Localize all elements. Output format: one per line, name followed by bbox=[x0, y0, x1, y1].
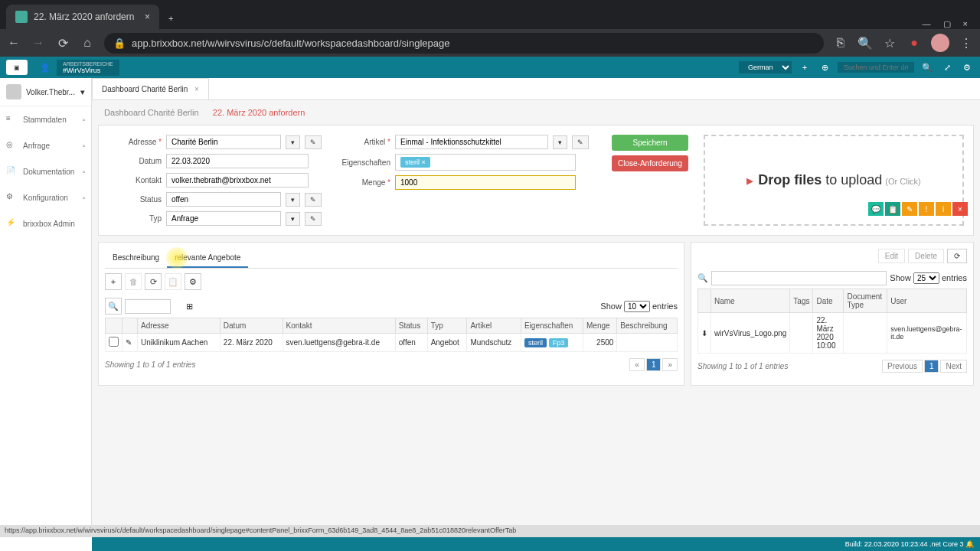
artikel-dropdown-icon[interactable]: ▾ bbox=[553, 135, 567, 149]
row-edit-icon[interactable]: ✎ bbox=[122, 334, 138, 352]
tab-close-icon[interactable]: × bbox=[194, 85, 199, 93]
action-orange-icon[interactable]: ✎ bbox=[902, 202, 917, 216]
typ-dropdown-icon[interactable]: ▾ bbox=[286, 212, 300, 226]
status-input[interactable] bbox=[166, 192, 281, 207]
subtab-angebote[interactable]: relevante Angebote bbox=[167, 249, 248, 268]
col-artikel[interactable]: Artikel bbox=[467, 318, 521, 334]
menge-input[interactable] bbox=[395, 175, 576, 190]
datum-input[interactable] bbox=[166, 154, 309, 168]
action-warn1-icon[interactable]: ! bbox=[919, 202, 934, 216]
doc-col-tags[interactable]: Tags bbox=[790, 289, 813, 313]
target-icon[interactable]: ⊕ bbox=[818, 63, 831, 73]
sidebar-user[interactable]: Volker.Thebr... ▾ bbox=[0, 78, 91, 106]
menu-icon[interactable]: ⋮ bbox=[959, 36, 974, 51]
close-window-icon[interactable]: × bbox=[963, 19, 968, 29]
status-dropdown-icon[interactable]: ▾ bbox=[286, 193, 300, 207]
subtab-beschreibung[interactable]: Beschreibung bbox=[105, 249, 167, 268]
expand-icon[interactable]: ⤢ bbox=[940, 63, 954, 73]
col-eigenschaften[interactable]: Eigenschaften bbox=[521, 318, 583, 334]
kontakt-input[interactable] bbox=[166, 173, 309, 187]
minimize-icon[interactable]: — bbox=[923, 19, 931, 29]
sidebar-item-konfiguration[interactable]: ⚙Konfiguration▫ bbox=[0, 184, 91, 210]
tab-dashboard[interactable]: Dashboard Charité Berlin × bbox=[92, 78, 209, 99]
app-logo[interactable]: ▣ bbox=[6, 60, 28, 75]
bookmark-icon[interactable]: ☆ bbox=[882, 36, 897, 51]
page-prev-button[interactable]: « bbox=[629, 358, 645, 371]
url-field[interactable]: 🔒 app.brixxbox.net/w/wirvsvirus/c/defaul… bbox=[104, 33, 824, 54]
doc-col-name[interactable]: Name bbox=[711, 289, 790, 313]
doc-refresh-button[interactable]: ⟳ bbox=[947, 249, 967, 263]
language-select[interactable]: German bbox=[739, 61, 792, 73]
sidebar-item-anfrage[interactable]: ◎Anfrage▫ bbox=[0, 132, 91, 158]
header-search-input[interactable] bbox=[838, 62, 914, 73]
chevron-down-icon[interactable]: ▾ bbox=[80, 87, 85, 97]
table-row[interactable]: ⬇ wirVsVirus_Logo.png 22. März 2020 10:0… bbox=[698, 313, 967, 354]
download-icon[interactable]: ⬇ bbox=[698, 313, 711, 354]
sidebar-item-stammdaten[interactable]: ≡Stammdaten▫ bbox=[0, 106, 91, 132]
action-teal-icon[interactable]: 📋 bbox=[885, 202, 900, 216]
col-datum[interactable]: Datum bbox=[220, 318, 283, 334]
action-green-icon[interactable]: 💬 bbox=[868, 202, 884, 216]
typ-edit-icon[interactable]: ✎ bbox=[305, 212, 322, 226]
row-checkbox[interactable] bbox=[109, 337, 119, 347]
close-anforderung-button[interactable]: Close-Anforderung bbox=[612, 155, 688, 171]
browser-tab[interactable]: 22. März 2020 anfordern × bbox=[6, 5, 159, 29]
forward-icon[interactable]: → bbox=[31, 36, 46, 50]
doc-page-1-button[interactable]: 1 bbox=[924, 360, 939, 373]
back-icon[interactable]: ← bbox=[6, 36, 21, 50]
add-row-button[interactable]: + bbox=[105, 273, 122, 290]
copy-button[interactable]: 📋 bbox=[165, 273, 181, 290]
delete-row-button[interactable]: 🗑 bbox=[125, 273, 142, 290]
settings-button[interactable]: ⚙ bbox=[185, 273, 201, 290]
table-search-icon[interactable]: 🔍 bbox=[105, 298, 122, 315]
adresse-edit-icon[interactable]: ✎ bbox=[305, 135, 322, 149]
doc-next-button[interactable]: Next bbox=[940, 360, 967, 373]
col-status[interactable]: Status bbox=[395, 318, 427, 334]
doc-col-user[interactable]: User bbox=[887, 289, 967, 313]
zoom-icon[interactable]: 🔍 bbox=[858, 36, 873, 51]
profile-avatar[interactable] bbox=[931, 34, 949, 52]
reload-icon[interactable]: ⟳ bbox=[55, 36, 70, 51]
table-row[interactable]: ✎ Uniklinikum Aachen 22. März 2020 sven.… bbox=[106, 334, 678, 352]
tag-steril[interactable]: steril × bbox=[400, 157, 430, 168]
new-tab-button[interactable]: + bbox=[159, 8, 182, 29]
page-size-select[interactable]: 10 bbox=[624, 301, 650, 312]
table-search-input[interactable] bbox=[125, 299, 171, 314]
user-icon[interactable]: 👤 bbox=[40, 63, 51, 73]
page-1-button[interactable]: 1 bbox=[646, 358, 662, 371]
page-next-button[interactable]: » bbox=[662, 358, 678, 371]
adresse-dropdown-icon[interactable]: ▾ bbox=[286, 135, 300, 149]
breadcrumb-parent[interactable]: Dashboard Charité Berlin bbox=[104, 108, 199, 117]
col-menge[interactable]: Menge bbox=[583, 318, 617, 334]
maximize-icon[interactable]: ▢ bbox=[943, 19, 951, 29]
plus-icon[interactable]: + bbox=[798, 63, 812, 72]
doc-edit-button[interactable]: Edit bbox=[878, 249, 905, 263]
gear-icon[interactable]: ⚙ bbox=[960, 63, 974, 73]
doc-col-date[interactable]: Date bbox=[813, 289, 844, 313]
eigenschaften-input[interactable]: steril × bbox=[395, 154, 576, 171]
doc-delete-button[interactable]: Delete bbox=[908, 249, 944, 263]
doc-prev-button[interactable]: Previous bbox=[882, 360, 923, 373]
columns-icon[interactable]: ⊞ bbox=[186, 302, 193, 311]
save-button[interactable]: Speichern bbox=[612, 135, 688, 151]
refresh-button[interactable]: ⟳ bbox=[145, 273, 162, 290]
artikel-edit-icon[interactable]: ✎ bbox=[572, 135, 589, 149]
search-go-icon[interactable]: 🔍 bbox=[920, 63, 934, 73]
sidebar-item-admin[interactable]: ⚡brixxbox Admin bbox=[0, 210, 91, 236]
col-beschreibung[interactable]: Beschreibung bbox=[617, 318, 678, 334]
artikel-input[interactable] bbox=[395, 135, 548, 149]
tab-close-icon[interactable]: × bbox=[145, 11, 150, 22]
col-kontakt[interactable]: Kontakt bbox=[283, 318, 395, 334]
action-delete-icon[interactable]: × bbox=[952, 202, 968, 216]
status-edit-icon[interactable]: ✎ bbox=[305, 193, 322, 207]
typ-input[interactable] bbox=[166, 211, 281, 226]
doc-page-size-select[interactable]: 25 bbox=[913, 272, 939, 284]
col-typ[interactable]: Typ bbox=[427, 318, 467, 334]
home-icon[interactable]: ⌂ bbox=[80, 36, 95, 50]
extension-icon[interactable]: ● bbox=[906, 36, 922, 50]
col-adresse[interactable]: Adresse bbox=[138, 318, 220, 334]
doc-search-input[interactable] bbox=[711, 271, 887, 285]
doc-col-type[interactable]: Document Type bbox=[844, 289, 887, 313]
sidebar-item-dokumentation[interactable]: 📄Dokumentation▫ bbox=[0, 158, 91, 184]
adresse-input[interactable] bbox=[166, 135, 281, 149]
